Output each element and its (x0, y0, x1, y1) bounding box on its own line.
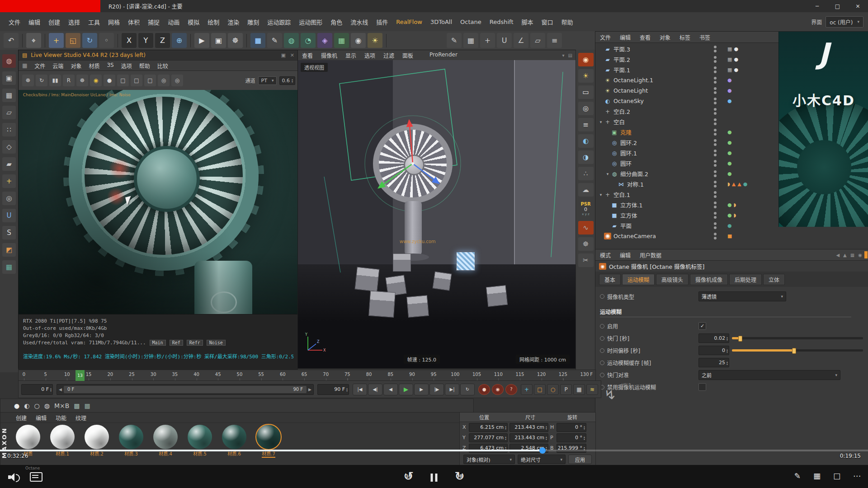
render-visibility-dot[interactable] (714, 122, 717, 125)
range-bar[interactable]: 0 F 90 F (64, 386, 307, 393)
record-help-button[interactable]: ? (505, 384, 517, 395)
menu-item[interactable]: 帮助 (557, 18, 577, 26)
render-visibility-dot[interactable] (714, 50, 717, 52)
viewport-visibility-dot[interactable] (714, 118, 717, 121)
viewport-menu-item[interactable]: 过滤 (379, 52, 398, 59)
material-menu-item[interactable]: 纹理 (71, 414, 91, 422)
green-tag-icon[interactable]: ● (727, 150, 732, 156)
coordinate-field[interactable]: 213.443 cm▴▾ (509, 433, 548, 442)
menu-item[interactable]: 绘制 (203, 18, 223, 26)
menu-item[interactable]: 捕捉 (144, 18, 164, 26)
material-item[interactable]: 材质.7 (255, 425, 283, 458)
edge-mode-icon[interactable]: ◇ (2, 140, 16, 154)
menu-item[interactable]: 工具 (84, 18, 104, 26)
slider-track[interactable] (732, 349, 863, 352)
menu-item[interactable]: 渲染 (223, 18, 243, 26)
material-menu-item[interactable]: 功能 (51, 414, 71, 422)
dropdown[interactable]: 之前▾ (698, 370, 840, 380)
octane-texture-environment-button[interactable]: ◐ (578, 134, 594, 148)
om-menu-item[interactable]: 对象 (655, 33, 675, 41)
goto-start-button[interactable]: |◀ (353, 384, 367, 395)
white-tag-icon[interactable]: ● (734, 67, 738, 73)
om-menu-item[interactable]: 编辑 (615, 33, 635, 41)
attr-menu-item[interactable]: 模式 (595, 251, 615, 259)
lv-pause-icon[interactable]: ▮▮ (49, 75, 61, 86)
shaderball-icon[interactable]: ● (14, 402, 19, 409)
octane-targetlight-button[interactable]: ◎ (578, 102, 594, 115)
octane-graph-button[interactable]: ∿ (578, 221, 594, 235)
octane-daylight-button[interactable]: ☀ (578, 69, 594, 83)
render-visibility-dot[interactable] (714, 216, 717, 219)
render-visibility-dot[interactable] (714, 102, 717, 104)
ui-layout-select[interactable]: oc (用户) ▾ (826, 16, 863, 28)
generator-icon[interactable]: ◔ (301, 33, 316, 48)
timeline-ruler[interactable]: 0510152025303540455055606570758085909510… (18, 370, 596, 381)
visibility-dots[interactable] (714, 212, 717, 219)
viewport-menu-item[interactable]: 选项 (360, 52, 379, 59)
lv-menu-item[interactable]: 比较 (154, 62, 172, 70)
stepper-down-icon[interactable]: ▾ (584, 427, 585, 430)
attribute-tab[interactable]: 运动模糊 (622, 274, 655, 285)
render-visibility-dot[interactable] (714, 206, 717, 208)
viewport-visibility-dot[interactable] (714, 222, 717, 225)
next-frame-button[interactable]: ▶ (414, 384, 429, 395)
attribute-tab[interactable]: 高级镜头 (656, 274, 689, 285)
visibility-dots[interactable] (714, 181, 717, 188)
lv-window2-icon[interactable]: □ (131, 75, 142, 86)
attribute-tab[interactable]: 基本 (599, 274, 621, 285)
point-mode-icon[interactable]: ∷ (2, 123, 16, 136)
size-mode-select[interactable]: 绝对尺寸 ▾ (518, 455, 566, 464)
attr-menu-item[interactable]: 用户数据 (635, 251, 666, 259)
polygon-mode-icon[interactable]: ▰ (2, 157, 16, 171)
render-visibility-dot[interactable] (714, 81, 717, 84)
shaderball-ring-icon[interactable]: ○ (34, 402, 39, 409)
lv-lock-icon[interactable]: ◉ (90, 75, 102, 86)
stepper-down-icon[interactable]: ▾ (505, 438, 506, 440)
samples-field[interactable]: 0.6 ▴▾ (279, 76, 295, 85)
key-position-toggle[interactable]: + (521, 384, 533, 395)
orange-tag-icon[interactable]: ■ (727, 233, 732, 239)
octane-wrench-button[interactable]: ☸ (578, 237, 594, 251)
coord-mode-select[interactable]: 对象(相对) ▾ (463, 455, 515, 464)
expand-icon[interactable]: ▾ (598, 192, 604, 197)
current-frame-marker[interactable]: 13 (75, 370, 85, 381)
play-button[interactable]: ▶ (399, 384, 413, 395)
scale-icon[interactable]: ◱ (66, 33, 80, 48)
render-visibility-dot[interactable] (714, 70, 717, 73)
phong-tag-icon[interactable]: ◗ (734, 202, 736, 208)
viewport-visibility-dot[interactable] (714, 233, 717, 235)
blue-tag-icon[interactable]: ● (727, 98, 732, 104)
coordinate-field[interactable]: 277.077 cm▴▾ (469, 433, 508, 442)
live-viewer-titlebar[interactable]: ▤ Live Viewer Studio V4.04 R2 (23 days l… (19, 50, 298, 60)
checker-tag-icon[interactable]: ▦ (727, 67, 732, 73)
om-menu-item[interactable]: 标签 (675, 33, 695, 41)
slider-track[interactable] (732, 337, 863, 339)
prev-frame-button[interactable]: ◀ (383, 384, 398, 395)
model-mode-icon[interactable]: ▣ (2, 71, 16, 85)
stepper-down-icon[interactable]: ▾ (726, 351, 728, 353)
visibility-dots[interactable] (714, 160, 717, 167)
render-visibility-dot[interactable] (714, 174, 717, 177)
apply-button[interactable]: 应用 (568, 455, 592, 464)
viewport-label[interactable]: 透视视图 (301, 63, 328, 72)
back-icon[interactable]: ◀ (836, 253, 840, 258)
uv-mode-icon[interactable]: ▦ (2, 260, 16, 274)
mxb-label[interactable]: M×B (54, 402, 69, 409)
loop-button[interactable]: ↻ (460, 384, 475, 395)
expand-icon[interactable]: ▾ (605, 172, 610, 176)
volume-icon[interactable] (8, 473, 19, 481)
key-rotation-toggle[interactable]: ○ (547, 384, 559, 395)
current-frame-field[interactable]: 0 F ▴▾ (21, 384, 53, 395)
viewport-visibility-dot[interactable] (714, 212, 717, 215)
prev-key-button[interactable]: ◀| (368, 384, 382, 395)
key-scale-toggle[interactable]: □ (534, 384, 546, 395)
viewport-menu-item[interactable]: 查看 (298, 52, 317, 59)
scene-light-icon[interactable]: ☀ (368, 33, 382, 48)
s-mode-icon[interactable]: S (2, 226, 16, 239)
octane-scatter-button[interactable]: ∴ (578, 167, 594, 180)
last-tool-icon[interactable]: ◦ (99, 33, 114, 48)
lv-mem-button[interactable]: Main (150, 340, 166, 346)
material-menu-item[interactable]: 创建 (11, 414, 31, 422)
shaderball-flat-icon[interactable]: ◍ (44, 402, 50, 409)
live-selection-icon[interactable]: ⌖ (26, 33, 41, 48)
